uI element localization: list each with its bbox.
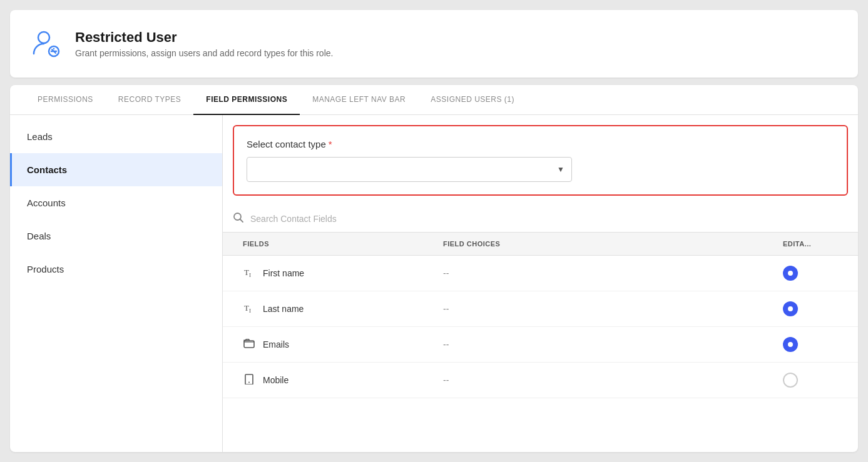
radio-editable-first-name[interactable] (783, 266, 798, 281)
field-name-mobile: Mobile (263, 375, 288, 385)
field-name-emails: Emails (263, 339, 289, 349)
field-cell-first-name: T I First name (233, 256, 433, 290)
editable-cell-emails (773, 327, 848, 362)
tab-permissions[interactable]: PERMISSIONS (25, 85, 106, 115)
svg-text:I: I (249, 272, 251, 278)
search-contact-fields-input[interactable] (250, 214, 848, 224)
svg-text:T: T (244, 268, 249, 277)
page-description: Grant permissions, assign users and add … (75, 48, 333, 58)
search-bar (223, 206, 858, 233)
field-choices-last-name: -- (433, 294, 773, 324)
col-header-editable: EDITA... (773, 233, 848, 255)
phone-icon (243, 373, 255, 387)
svg-line-5 (240, 219, 243, 223)
editable-cell-first-name (773, 256, 848, 291)
page-title: Restricted User (75, 29, 333, 46)
table-header: FIELDS FIELD CHOICES EDITA... (223, 233, 858, 256)
header-text: Restricted User Grant permissions, assig… (75, 29, 333, 58)
table-row: Mobile -- (223, 363, 858, 398)
tab-assigned-users[interactable]: ASSIGNED USERS (1) (418, 85, 527, 115)
field-cell-emails: Emails (233, 328, 433, 361)
sidebar: Leads Contacts Accounts Deals Products (10, 115, 223, 452)
radio-editable-last-name[interactable] (783, 301, 798, 316)
field-choices-emails: -- (433, 329, 773, 359)
header-card: Restricted User Grant permissions, assig… (10, 10, 858, 78)
table-row: T I First name -- (223, 256, 858, 291)
radio-editable-emails[interactable] (783, 337, 798, 352)
fields-table: FIELDS FIELD CHOICES EDITA... T I (223, 233, 858, 452)
sidebar-item-accounts[interactable]: Accounts (10, 186, 222, 219)
select-dropdown-wrapper: ▼ (247, 157, 572, 182)
field-choices-first-name: -- (433, 258, 773, 288)
editable-cell-mobile (773, 363, 848, 398)
content-area: Leads Contacts Accounts Deals Products S… (10, 115, 858, 452)
field-cell-last-name: T I Last name (233, 292, 433, 326)
search-icon (233, 212, 244, 226)
contact-type-select[interactable] (247, 157, 572, 182)
sidebar-item-contacts[interactable]: Contacts (10, 153, 222, 186)
svg-point-11 (248, 382, 250, 383)
tab-field-permissions[interactable]: FIELD PERMISSIONS (193, 85, 300, 115)
main-card: PERMISSIONS RECORD TYPES FIELD PERMISSIO… (10, 85, 858, 452)
col-header-fields: FIELDS (233, 233, 433, 255)
page-wrapper: Restricted User Grant permissions, assig… (0, 0, 868, 462)
main-panel: Select contact type* ▼ (223, 115, 858, 452)
table-row: Emails -- (223, 327, 858, 363)
required-star: * (329, 139, 332, 149)
sidebar-item-deals[interactable]: Deals (10, 219, 222, 253)
svg-text:I: I (249, 308, 251, 313)
svg-text:T: T (244, 303, 249, 313)
field-name-last-name: Last name (263, 304, 304, 314)
tabs-bar: PERMISSIONS RECORD TYPES FIELD PERMISSIO… (10, 85, 858, 115)
select-contact-type-box: Select contact type* ▼ (233, 125, 848, 196)
sidebar-item-products[interactable]: Products (10, 253, 222, 286)
tab-manage-left-nav-bar[interactable]: MANAGE LEFT NAV BAR (300, 85, 418, 115)
select-contact-label: Select contact type* (247, 139, 834, 149)
field-choices-mobile: -- (433, 365, 773, 395)
text-cursor-icon: T I (243, 266, 255, 280)
tab-record-types[interactable]: RECORD TYPES (106, 85, 193, 115)
text-cursor-icon: T I (243, 302, 255, 316)
field-cell-mobile: Mobile (233, 363, 433, 397)
editable-cell-last-name (773, 291, 848, 326)
col-header-field-choices: FIELD CHOICES (433, 233, 773, 255)
table-row: T I Last name -- (223, 291, 858, 327)
svg-point-0 (38, 32, 49, 43)
field-name-first-name: First name (263, 268, 304, 278)
restricted-user-icon (30, 28, 63, 60)
sidebar-item-leads[interactable]: Leads (10, 120, 222, 153)
radio-editable-mobile[interactable] (783, 373, 798, 388)
folder-icon (243, 338, 255, 351)
